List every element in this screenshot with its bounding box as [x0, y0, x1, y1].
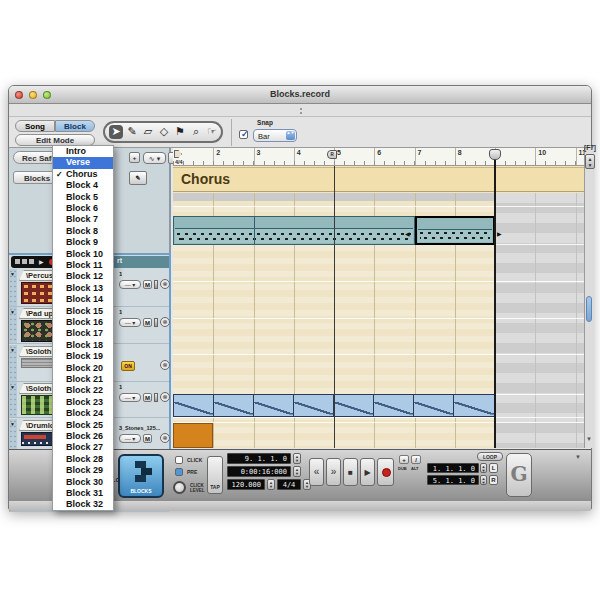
menu-item-block-11[interactable]: Block 11: [53, 260, 113, 271]
tempo-stepper[interactable]: ▲▼: [267, 479, 275, 490]
signature-display[interactable]: 4/4: [277, 479, 301, 490]
arrangement-area[interactable]: ◀▶: [173, 193, 584, 448]
menu-item-block-7[interactable]: Block 7: [53, 214, 113, 225]
lane-delete-button[interactable]: ⊗: [160, 317, 170, 327]
menu-item-block-24[interactable]: Block 24: [53, 408, 113, 419]
tempo-display[interactable]: 120.000: [227, 479, 265, 490]
lane-level-slider[interactable]: [154, 280, 158, 289]
tap-button[interactable]: TAP: [207, 456, 223, 494]
play-button[interactable]: ▶: [360, 458, 375, 486]
right-locator-display[interactable]: 5. 1. 1. 0: [427, 475, 479, 485]
block-band[interactable]: Chorus: [173, 167, 584, 192]
zoom-stepper[interactable]: ▲▼: [585, 154, 595, 169]
menu-item-block-5[interactable]: Block 5: [53, 192, 113, 203]
track-fold-arrow-icon[interactable]: ▼: [10, 309, 15, 315]
lane-mute-button[interactable]: M: [143, 434, 152, 443]
clip-percussio[interactable]: [173, 216, 415, 245]
menu-item-block-16[interactable]: Block 16: [53, 317, 113, 328]
mini-button[interactable]: [29, 259, 34, 264]
menu-item-intro[interactable]: Intro: [53, 146, 113, 157]
right-locator-marker[interactable]: R: [327, 150, 337, 159]
lane-level-slider[interactable]: [154, 393, 158, 402]
lane-delete-button[interactable]: ⊗: [160, 279, 170, 289]
menu-item-block-21[interactable]: Block 21: [53, 374, 113, 385]
lane-mute-button[interactable]: M: [143, 318, 152, 327]
menu-item-block-22[interactable]: Block 22: [53, 385, 113, 396]
menu-item-block-9[interactable]: Block 9: [53, 237, 113, 248]
menu-item-block-17[interactable]: Block 17: [53, 328, 113, 339]
mute-tool[interactable]: ⚑: [173, 125, 187, 139]
mini-button[interactable]: [22, 259, 27, 264]
track-fold-arrow-icon[interactable]: ▼: [10, 271, 15, 277]
lane-level-slider[interactable]: [154, 318, 158, 327]
scroll-down-arrow-icon[interactable]: ▼: [586, 436, 592, 442]
left-locator-stepper[interactable]: ▲▼: [480, 463, 487, 473]
menu-item-chorus[interactable]: ✓Chorus: [53, 169, 113, 180]
lane-delete-button[interactable]: ⊗: [160, 392, 170, 402]
lane-delete-button[interactable]: ⊗: [160, 433, 170, 443]
menu-item-block-26[interactable]: Block 26: [53, 431, 113, 442]
track-fold-arrow-icon[interactable]: ▼: [10, 347, 15, 353]
menu-item-block-32[interactable]: Block 32: [53, 499, 113, 510]
hand-tool[interactable]: ☞: [205, 125, 219, 139]
add-lane-button[interactable]: +: [129, 152, 140, 163]
menu-item-block-18[interactable]: Block 18: [53, 340, 113, 351]
clip-drumfill[interactable]: [173, 423, 213, 448]
razor-tool[interactable]: ◇: [157, 125, 171, 139]
magnify-tool[interactable]: ⌕: [189, 125, 203, 139]
pencil-tool[interactable]: ✎: [125, 125, 139, 139]
lane-mute-button[interactable]: M: [143, 280, 152, 289]
menu-item-block-19[interactable]: Block 19: [53, 351, 113, 362]
lane-take-combo[interactable]: — ▾: [119, 280, 141, 289]
stop-button[interactable]: ■: [343, 458, 358, 486]
pre-checkbox[interactable]: [175, 468, 183, 476]
menu-item-block-10[interactable]: Block 10: [53, 249, 113, 260]
mini-play-icon[interactable]: ▶: [39, 258, 44, 265]
playhead-line[interactable]: [494, 153, 496, 448]
mini-button[interactable]: [15, 259, 20, 264]
track-fold-arrow-icon[interactable]: ▼: [10, 421, 15, 427]
title-bar[interactable]: Blocks.record: [9, 86, 591, 104]
left-locator-marker[interactable]: [174, 150, 182, 158]
lane-take-combo[interactable]: — ▾: [119, 434, 141, 443]
menu-item-block-15[interactable]: Block 15: [53, 306, 113, 317]
timeline-ruler[interactable]: 234567810114/4: [173, 148, 584, 166]
menu-item-block-6[interactable]: Block 6: [53, 203, 113, 214]
alt-button[interactable]: /: [411, 455, 421, 464]
fast-forward-button[interactable]: »: [326, 458, 341, 486]
vertical-scrollbar[interactable]: ▼: [584, 148, 593, 448]
clip-percussio[interactable]: [415, 216, 496, 245]
loop-button[interactable]: LOOP: [477, 452, 503, 461]
click-checkbox[interactable]: [175, 456, 183, 464]
menu-item-block-20[interactable]: Block 20: [53, 363, 113, 374]
lane-mute-button[interactable]: M: [143, 393, 152, 402]
dub-button[interactable]: +: [399, 455, 409, 464]
snap-value-select[interactable]: Bar ▲▼: [253, 129, 297, 142]
position-stepper[interactable]: ▲▼: [293, 453, 301, 464]
blocks-enable-button[interactable]: BLOCKS: [118, 454, 164, 498]
menu-item-block-31[interactable]: Block 31: [53, 488, 113, 499]
left-locator-display[interactable]: 1. 1. 1. 0: [427, 463, 479, 473]
block-edit-button[interactable]: ✎: [129, 171, 147, 185]
lane-on-button[interactable]: ON: [121, 361, 135, 371]
menu-item-block-25[interactable]: Block 25: [53, 420, 113, 431]
lane-delete-button[interactable]: ⊗: [160, 360, 170, 370]
time-display[interactable]: 0:00:16:000: [227, 466, 291, 477]
transport-collapse-arrow-icon[interactable]: ▼: [575, 454, 581, 460]
menu-item-block-29[interactable]: Block 29: [53, 465, 113, 476]
rewind-button[interactable]: «: [309, 458, 324, 486]
track-fold-arrow-icon[interactable]: ▼: [10, 384, 15, 390]
playhead-marker[interactable]: [489, 149, 501, 160]
song-mode-button[interactable]: Song: [15, 120, 55, 132]
menu-item-block-27[interactable]: Block 27: [53, 442, 113, 453]
time-stepper[interactable]: ▲▼: [293, 466, 301, 477]
menu-item-block-4[interactable]: Block 4: [53, 180, 113, 191]
menu-item-block-23[interactable]: Block 23: [53, 397, 113, 408]
lane-take-combo[interactable]: — ▾: [119, 393, 141, 402]
menu-item-block-13[interactable]: Block 13: [53, 283, 113, 294]
click-level-knob[interactable]: [173, 481, 186, 494]
lane-take-combo[interactable]: — ▾: [119, 318, 141, 327]
menu-item-block-14[interactable]: Block 14: [53, 294, 113, 305]
menu-item-block-12[interactable]: Block 12: [53, 271, 113, 282]
logo-button[interactable]: G: [506, 453, 532, 497]
